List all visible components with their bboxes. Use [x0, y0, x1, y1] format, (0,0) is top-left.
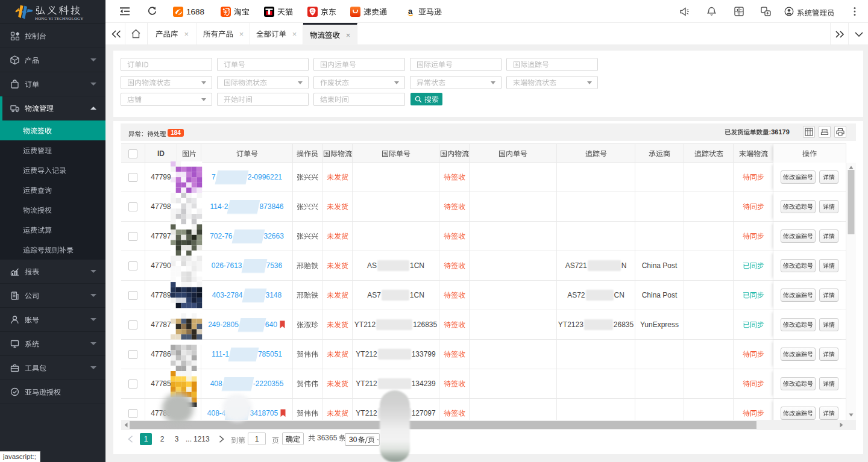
svg-text:a: a: [408, 7, 413, 16]
